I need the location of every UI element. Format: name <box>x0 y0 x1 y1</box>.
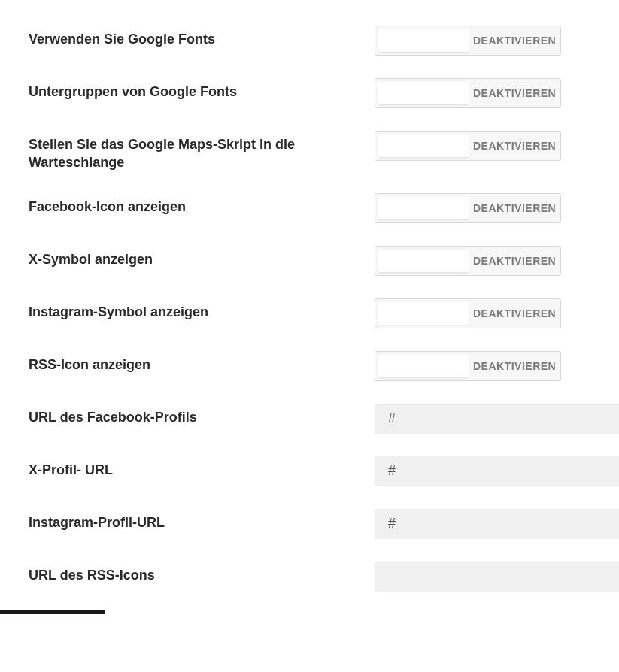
control-google-maps-script: DEAKTIVIEREN <box>375 131 590 161</box>
setting-rss-icon: RSS-Icon anzeigen DEAKTIVIEREN <box>0 341 619 393</box>
control-instagram-symbol: DEAKTIVIEREN <box>375 298 590 328</box>
toggle-status: DEAKTIVIEREN <box>472 255 560 267</box>
control-google-fonts-subgroups: DEAKTIVIEREN <box>375 78 590 108</box>
toggle-status: DEAKTIVIEREN <box>472 202 560 214</box>
setting-instagram-url: Instagram-Profil-URL <box>0 498 619 551</box>
setting-instagram-symbol: Instagram-Symbol anzeigen DEAKTIVIEREN <box>0 288 619 341</box>
toggle-status: DEAKTIVIEREN <box>472 307 560 319</box>
toggle-instagram-symbol[interactable]: DEAKTIVIEREN <box>375 298 561 328</box>
toggle-status: DEAKTIVIEREN <box>472 35 560 47</box>
toggle-rss-icon[interactable]: DEAKTIVIEREN <box>375 351 561 381</box>
label-google-maps-script: Stellen Sie das Google Maps-Skript in di… <box>29 131 375 172</box>
control-rss-url <box>375 562 619 592</box>
label-google-fonts-subgroups: Untergruppen von Google Fonts <box>29 78 375 101</box>
toggle-status: DEAKTIVIEREN <box>472 140 560 152</box>
toggle-handle <box>378 302 469 325</box>
setting-rss-url: URL des RSS-Icons <box>0 551 619 604</box>
control-facebook-icon: DEAKTIVIEREN <box>375 193 590 223</box>
control-google-fonts: DEAKTIVIEREN <box>375 26 590 56</box>
toggle-status: DEAKTIVIEREN <box>472 87 560 99</box>
setting-facebook-icon: Facebook-Icon anzeigen DEAKTIVIEREN <box>0 183 619 235</box>
label-facebook-icon: Facebook-Icon anzeigen <box>29 193 375 216</box>
input-x-url[interactable] <box>375 456 619 486</box>
toggle-handle <box>378 135 469 157</box>
setting-x-symbol: X-Symbol anzeigen DEAKTIVIEREN <box>0 235 619 288</box>
label-google-fonts: Verwenden Sie Google Fonts <box>29 26 375 48</box>
toggle-google-fonts[interactable]: DEAKTIVIEREN <box>375 26 561 56</box>
toggle-handle <box>378 197 469 219</box>
setting-google-maps-script: Stellen Sie das Google Maps-Skript in di… <box>0 120 619 183</box>
label-rss-icon: RSS-Icon anzeigen <box>29 351 375 374</box>
bottom-bar <box>0 610 105 614</box>
control-instagram-url <box>375 509 619 539</box>
label-facebook-url: URL des Facebook-Profils <box>29 404 375 426</box>
control-x-url <box>375 456 619 486</box>
toggle-status: DEAKTIVIEREN <box>472 360 560 372</box>
label-rss-url: URL des RSS-Icons <box>29 562 375 584</box>
input-facebook-url[interactable] <box>375 404 619 434</box>
label-x-symbol: X-Symbol anzeigen <box>29 246 375 268</box>
setting-google-fonts: Verwenden Sie Google Fonts DEAKTIVIEREN <box>0 15 619 68</box>
toggle-handle <box>378 29 469 52</box>
control-facebook-url <box>375 404 619 434</box>
input-rss-url[interactable] <box>375 562 619 592</box>
setting-google-fonts-subgroups: Untergruppen von Google Fonts DEAKTIVIER… <box>0 68 619 120</box>
control-x-symbol: DEAKTIVIEREN <box>375 246 590 276</box>
label-instagram-symbol: Instagram-Symbol anzeigen <box>29 298 375 321</box>
toggle-handle <box>378 355 469 377</box>
input-instagram-url[interactable] <box>375 509 619 539</box>
label-instagram-url: Instagram-Profil-URL <box>29 509 375 531</box>
control-rss-icon: DEAKTIVIEREN <box>375 351 590 381</box>
setting-facebook-url: URL des Facebook-Profils <box>0 393 619 446</box>
setting-x-url: X-Profil- URL <box>0 446 619 498</box>
toggle-google-maps-script[interactable]: DEAKTIVIEREN <box>375 131 561 161</box>
toggle-x-symbol[interactable]: DEAKTIVIEREN <box>375 246 561 276</box>
toggle-handle <box>378 250 469 272</box>
label-x-url: X-Profil- URL <box>29 456 375 479</box>
toggle-handle <box>378 82 469 104</box>
toggle-google-fonts-subgroups[interactable]: DEAKTIVIEREN <box>375 78 561 108</box>
toggle-facebook-icon[interactable]: DEAKTIVIEREN <box>375 193 561 223</box>
